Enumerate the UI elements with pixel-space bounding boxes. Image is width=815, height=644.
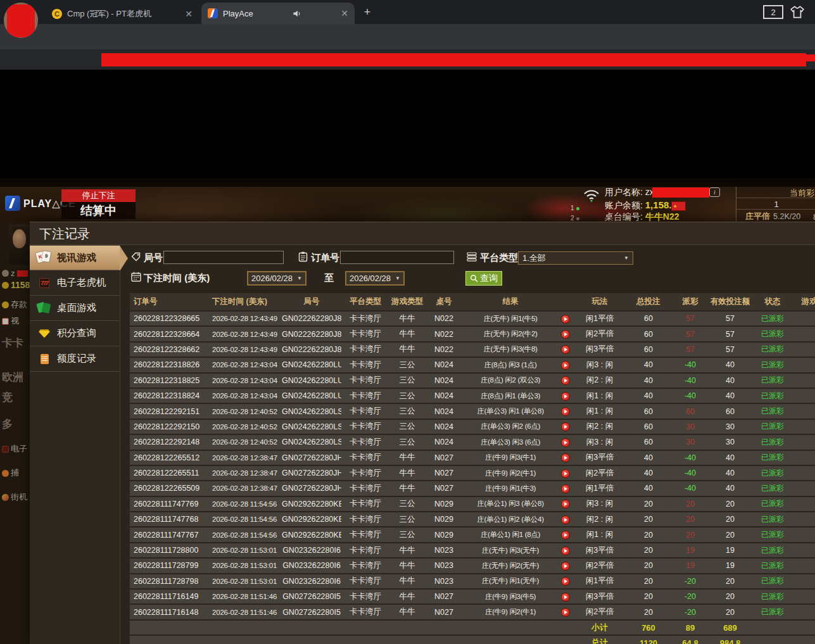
table-row: 2602281222655092026-02-28 12:38:47GN0272… bbox=[130, 481, 815, 496]
menu-item-credit-record[interactable]: 额度记录 bbox=[30, 346, 120, 372]
cell-result: 庄(8点) 闲2 (双公3) bbox=[463, 376, 558, 385]
lobby-item: 捕 bbox=[2, 467, 19, 479]
cell-bet-time: 2026-02-28 12:40:52 bbox=[208, 438, 282, 446]
table-header-row: 订单号下注时间 (美东)局号平台类型游戏类型桌号结果玩法总投注派彩有效投注额状态… bbox=[130, 293, 815, 312]
replay-play-button[interactable] bbox=[561, 515, 570, 524]
lobby-item-label: 多 bbox=[2, 417, 13, 431]
audio-speaker-icon[interactable] bbox=[293, 9, 301, 18]
menu-item-cards[interactable]: K9视讯游戏 bbox=[30, 245, 120, 270]
cell-game-type: 三公 bbox=[389, 437, 425, 448]
cell-result: 庄(无牛) 闲2(无牛) bbox=[463, 561, 558, 571]
header-3: 平台类型 bbox=[341, 296, 389, 307]
replay-play-button[interactable] bbox=[561, 422, 570, 431]
search-button[interactable]: 查询 bbox=[465, 271, 502, 286]
tab-counter-badge[interactable]: 2 bbox=[763, 5, 783, 19]
cell-valid-bet: 19 bbox=[710, 561, 750, 570]
replay-play-button[interactable] bbox=[561, 608, 570, 617]
replay-play-button[interactable] bbox=[561, 376, 570, 385]
replay-play-button[interactable] bbox=[561, 577, 570, 586]
total-row-label: 总计 bbox=[573, 637, 626, 644]
cell-order-id: 260228111716148 bbox=[130, 608, 208, 617]
subtotal-row: 小计76089689 bbox=[130, 621, 815, 636]
cell-bet-time: 2026-02-28 12:43:04 bbox=[208, 377, 282, 384]
round-id-input[interactable] bbox=[163, 251, 284, 264]
cell-payout: 57 bbox=[671, 314, 710, 323]
new-tab-button[interactable]: + bbox=[361, 6, 374, 18]
replay-play-button[interactable] bbox=[561, 453, 570, 462]
tab-cmp-slots[interactable]: C Cmp (冠军) - PT老虎机 ✕ bbox=[46, 4, 199, 24]
profile-avatar[interactable] bbox=[4, 3, 38, 38]
replay-play-button[interactable] bbox=[561, 484, 570, 493]
cell-total-bet: 20 bbox=[626, 500, 671, 508]
stop-betting-banner: 停止下注 bbox=[61, 189, 136, 202]
cell-result: 庄(牛9) 闲3(牛5) bbox=[463, 592, 558, 602]
cell-table-no: N027 bbox=[425, 484, 463, 493]
menu-item-table-games[interactable]: 桌面游戏 bbox=[30, 296, 120, 321]
calendar-icon bbox=[131, 272, 141, 282]
cell-total-bet: 60 bbox=[626, 330, 671, 339]
cell-status: 已派彩 bbox=[750, 375, 795, 386]
order-id-input[interactable] bbox=[340, 251, 454, 264]
date-to-select[interactable]: 2026/02/28 ▼ bbox=[345, 271, 405, 286]
cell-play-type: 闲3 : 闲 bbox=[573, 360, 626, 370]
wifi-icon bbox=[583, 188, 600, 202]
username-redaction bbox=[652, 187, 709, 198]
shirt-icon[interactable] bbox=[789, 5, 806, 19]
cell-order-id: 260228111747767 bbox=[130, 531, 208, 540]
subtotal-row-valid-bet: 689 bbox=[710, 623, 750, 633]
tab-playace[interactable]: PlayAce ✕ bbox=[201, 3, 355, 24]
replay-play-button[interactable] bbox=[561, 562, 570, 571]
info-icon[interactable]: i bbox=[709, 187, 720, 197]
replay-play-button[interactable] bbox=[561, 361, 570, 370]
cell-play-type: 闲2平倍 bbox=[573, 329, 626, 339]
lobby-item-label: 卡卡 bbox=[2, 336, 23, 350]
replay-play-button[interactable] bbox=[561, 593, 570, 602]
cell-result: 庄(无牛) 闲1(牛5) bbox=[463, 314, 558, 324]
replay-play-button[interactable] bbox=[561, 469, 570, 478]
cell-valid-bet: 20 bbox=[710, 592, 750, 601]
replay-play-button[interactable] bbox=[561, 500, 570, 508]
replay-play-button[interactable] bbox=[561, 546, 570, 555]
replay-play-button[interactable] bbox=[561, 407, 570, 416]
cell-play-type: 闲2平倍 bbox=[573, 468, 626, 479]
cell-platform: 卡卡湾厅 bbox=[341, 391, 389, 401]
cell-replay bbox=[558, 484, 573, 493]
cell-game-type: 牛牛 bbox=[389, 483, 425, 494]
bet-records-table: 订单号下注时间 (美东)局号平台类型游戏类型桌号结果玩法总投注派彩有效投注额状态… bbox=[130, 293, 815, 644]
cell-result: 庄(牛9) 闲3(牛1) bbox=[463, 453, 558, 462]
cell-replay bbox=[558, 391, 573, 401]
platform-type-select[interactable]: 1.全部 ▼ bbox=[518, 251, 633, 265]
replay-play-button[interactable] bbox=[561, 315, 570, 324]
header-2: 局号 bbox=[282, 296, 341, 307]
lobby-item-label: 欧洲 bbox=[2, 370, 23, 384]
cell-round-id: GN024262280LS bbox=[282, 422, 341, 431]
replay-play-button[interactable] bbox=[561, 392, 570, 401]
cell-round-id: GN024262280LS bbox=[282, 438, 341, 446]
cell-replay bbox=[558, 546, 573, 555]
tab-close-icon[interactable]: ✕ bbox=[341, 8, 348, 18]
header-7: 玩法 bbox=[573, 296, 626, 307]
cell-result: 庄(无牛) 闲1(无牛) bbox=[463, 576, 558, 586]
replay-play-button[interactable] bbox=[561, 438, 570, 447]
platform-list-icon bbox=[467, 252, 477, 262]
cell-play-type: 闲1平倍 bbox=[573, 313, 626, 324]
menu-item-points-gem[interactable]: 积分查询 bbox=[30, 321, 120, 346]
cell-status: 已派彩 bbox=[750, 452, 795, 463]
menu-item-slot-777[interactable]: 777电子老虎机 bbox=[30, 270, 120, 296]
replay-play-button[interactable] bbox=[561, 345, 570, 354]
cell-total-bet: 20 bbox=[626, 546, 671, 555]
cell-game-type: 三公 bbox=[389, 360, 425, 370]
playace-logo-icon bbox=[5, 196, 20, 211]
cell-table-no: N029 bbox=[425, 531, 463, 540]
replay-play-button[interactable] bbox=[561, 330, 570, 339]
menu-item-label: 额度记录 bbox=[57, 352, 96, 365]
cell-replay bbox=[558, 453, 573, 462]
cell-payout: -20 bbox=[671, 592, 710, 601]
date-from-select[interactable]: 2026/02/28 ▼ bbox=[247, 271, 306, 286]
select-caret-icon: ▼ bbox=[297, 275, 302, 281]
tab-close-icon[interactable]: ✕ bbox=[185, 9, 193, 19]
cell-game-type: 三公 bbox=[389, 514, 425, 525]
replay-play-button[interactable] bbox=[561, 531, 570, 540]
cell-status: 已派彩 bbox=[750, 545, 795, 556]
lobby-item: 电子 bbox=[2, 443, 27, 455]
